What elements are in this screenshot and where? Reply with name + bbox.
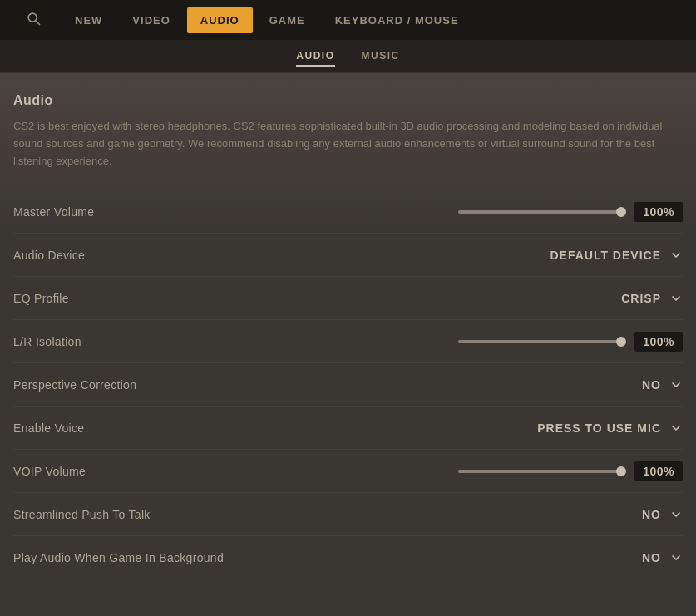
nav-item-game[interactable]: GAME — [256, 7, 318, 33]
chevron-down-icon — [669, 292, 683, 305]
description-text: CS2 is best enjoyed with stereo headphon… — [13, 118, 679, 170]
setting-label-enable-voice: Enable Voice — [13, 421, 84, 435]
slider-lr-isolation[interactable] — [458, 340, 624, 343]
setting-row-lr-isolation: L/R Isolation100% — [13, 320, 683, 363]
setting-control-lr-isolation: 100% — [458, 332, 683, 352]
dropdown-eq-profile[interactable]: CRISP — [621, 292, 683, 305]
slider-thumb — [616, 207, 626, 217]
nav-item-video[interactable]: VIDEO — [119, 7, 183, 33]
dropdown-perspective-correction[interactable]: NO — [642, 378, 683, 392]
setting-row-audio-device: Audio DeviceDEFAULT DEVICE — [13, 234, 683, 277]
setting-label-play-audio-background: Play Audio When Game In Background — [13, 551, 224, 564]
dropdown-enable-voice[interactable]: PRESS TO USE MIC — [537, 421, 683, 435]
slider-master-volume[interactable] — [458, 210, 624, 214]
setting-label-eq-profile: EQ Profile — [13, 292, 69, 305]
sub-nav-item-music[interactable]: MUSIC — [362, 47, 400, 67]
slider-fill — [458, 470, 624, 473]
setting-label-audio-device: Audio Device — [13, 249, 85, 262]
dropdown-value-eq-profile: CRISP — [621, 292, 661, 305]
settings-list: Master Volume100%Audio DeviceDEFAULT DEV… — [13, 190, 683, 579]
section-title: Audio — [13, 93, 683, 108]
chevron-down-icon — [669, 508, 683, 521]
nav-items: NEWVIDEOAUDIOGAMEKEYBOARD / MOUSE — [62, 7, 472, 33]
setting-row-eq-profile: EQ ProfileCRISP — [13, 277, 683, 320]
sub-navigation: AUDIOMUSIC — [0, 40, 696, 73]
nav-item-keyboard-mouse[interactable]: KEYBOARD / MOUSE — [322, 7, 472, 33]
setting-control-eq-profile: CRISP — [621, 292, 683, 305]
chevron-down-icon — [669, 551, 683, 564]
slider-track — [458, 340, 624, 343]
dropdown-streamlined-push-to-talk[interactable]: NO — [642, 508, 683, 521]
dropdown-audio-device[interactable]: DEFAULT DEVICE — [550, 249, 683, 262]
setting-control-streamlined-push-to-talk: NO — [642, 508, 683, 521]
dropdown-value-perspective-correction: NO — [642, 378, 661, 392]
setting-control-enable-voice: PRESS TO USE MIC — [537, 421, 683, 435]
slider-thumb — [616, 466, 626, 476]
setting-label-lr-isolation: L/R Isolation — [13, 335, 81, 348]
chevron-down-icon — [669, 378, 683, 392]
slider-voip-volume[interactable] — [458, 470, 624, 473]
slider-track — [458, 470, 624, 473]
sub-nav-item-audio[interactable]: AUDIO — [296, 47, 334, 67]
setting-control-audio-device: DEFAULT DEVICE — [550, 249, 683, 262]
setting-label-perspective-correction: Perspective Correction — [13, 378, 136, 392]
setting-row-play-audio-background: Play Audio When Game In BackgroundNO — [13, 536, 683, 579]
setting-control-play-audio-background: NO — [642, 551, 683, 564]
nav-item-new[interactable]: NEW — [62, 7, 116, 33]
setting-label-master-volume: Master Volume — [13, 205, 94, 219]
search-icon — [25, 10, 42, 27]
setting-control-voip-volume: 100% — [458, 461, 683, 481]
search-button[interactable] — [25, 10, 42, 30]
slider-fill — [458, 210, 624, 214]
slider-track — [458, 210, 624, 214]
setting-control-perspective-correction: NO — [642, 378, 683, 392]
setting-row-voip-volume: VOIP Volume100% — [13, 450, 683, 493]
setting-label-voip-volume: VOIP Volume — [13, 465, 86, 478]
setting-row-master-volume: Master Volume100% — [13, 190, 683, 234]
slider-thumb — [616, 337, 626, 347]
dropdown-value-streamlined-push-to-talk: NO — [642, 508, 661, 521]
dropdown-value-audio-device: DEFAULT DEVICE — [550, 249, 661, 262]
dropdown-value-enable-voice: PRESS TO USE MIC — [537, 421, 661, 435]
setting-control-master-volume: 100% — [458, 202, 683, 222]
dropdown-play-audio-background[interactable]: NO — [642, 551, 683, 564]
setting-row-perspective-correction: Perspective CorrectionNO — [13, 363, 683, 407]
slider-value-lr-isolation: 100% — [634, 332, 683, 352]
chevron-down-icon — [669, 421, 683, 435]
sub-nav-items: AUDIOMUSIC — [296, 47, 399, 67]
slider-fill — [458, 340, 624, 343]
setting-label-streamlined-push-to-talk: Streamlined Push To Talk — [13, 508, 151, 521]
nav-item-audio[interactable]: AUDIO — [187, 7, 253, 33]
slider-value-voip-volume: 100% — [634, 461, 683, 481]
dropdown-value-play-audio-background: NO — [642, 551, 661, 564]
slider-value-master-volume: 100% — [634, 202, 683, 222]
chevron-down-icon — [669, 249, 683, 262]
main-content: Audio CS2 is best enjoyed with stereo he… — [0, 73, 696, 616]
top-navigation: NEWVIDEOAUDIOGAMEKEYBOARD / MOUSE — [0, 0, 696, 40]
setting-row-streamlined-push-to-talk: Streamlined Push To TalkNO — [13, 493, 683, 536]
setting-row-enable-voice: Enable VoicePRESS TO USE MIC — [13, 407, 683, 450]
